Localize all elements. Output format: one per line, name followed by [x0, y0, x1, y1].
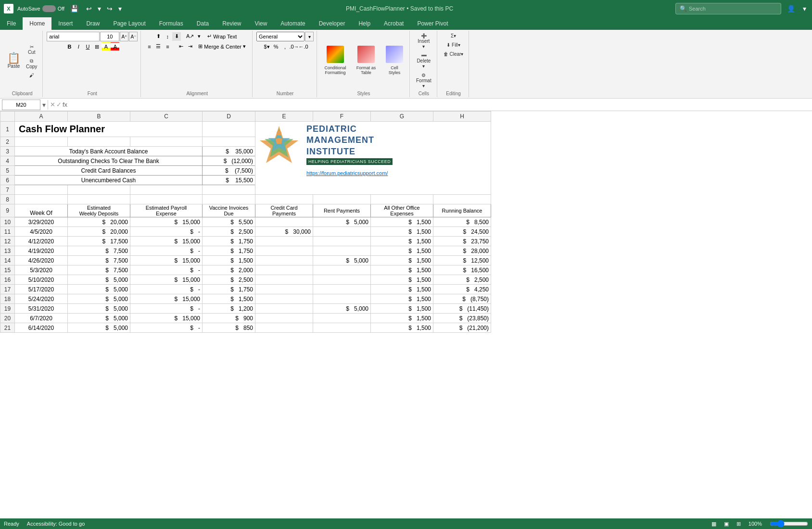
- cell-other-21[interactable]: $ 1,500: [371, 323, 433, 333]
- format-cells-button[interactable]: ⚙ Format▾: [414, 71, 434, 90]
- align-center-button[interactable]: ☰: [154, 42, 163, 51]
- align-bottom-button[interactable]: ⬇: [172, 32, 181, 41]
- tab-formulas[interactable]: Formulas: [152, 17, 190, 30]
- tab-review[interactable]: Review: [216, 17, 248, 30]
- cell-balance-20[interactable]: $ (23,850): [433, 314, 491, 323]
- tab-data[interactable]: Data: [190, 17, 216, 30]
- cell-other-16[interactable]: $ 1,500: [371, 275, 433, 285]
- cell-balance-11[interactable]: $ 24,500: [433, 227, 491, 237]
- cell-deposits-21[interactable]: $ 5,000: [68, 323, 130, 333]
- cell-credit-20[interactable]: [255, 314, 313, 323]
- cell-d7[interactable]: [203, 185, 255, 195]
- summary-value-4[interactable]: $ (12,000): [203, 156, 255, 166]
- cell-deposits-13[interactable]: $ 7,500: [68, 246, 130, 256]
- col-d-header[interactable]: D: [203, 112, 255, 122]
- cell-d8[interactable]: [203, 195, 255, 204]
- font-name-input[interactable]: [47, 32, 100, 41]
- confirm-formula-button[interactable]: ✓: [56, 101, 62, 108]
- cell-balance-15[interactable]: $ 16,500: [433, 265, 491, 275]
- col-c-header[interactable]: C: [130, 112, 203, 122]
- cell-rent-11[interactable]: [313, 227, 371, 237]
- summary-value-6[interactable]: $ 15,500: [203, 176, 255, 185]
- cell-payroll-21[interactable]: $ -: [130, 323, 203, 333]
- autosave-toggle[interactable]: [42, 5, 56, 12]
- insert-function-button[interactable]: fx: [63, 101, 67, 108]
- percent-button[interactable]: %: [272, 42, 280, 51]
- summary-value-5[interactable]: $ (7,500): [203, 166, 255, 176]
- cell-rent-19[interactable]: $ 5,000: [313, 304, 371, 314]
- pmi-url-link[interactable]: https://forum.pediatricsupport.com/: [306, 170, 388, 176]
- cell-g8[interactable]: [371, 195, 433, 204]
- cell-credit-21[interactable]: [255, 323, 313, 333]
- cell-payroll-12[interactable]: $ 15,000: [130, 237, 203, 246]
- decrease-decimal-button[interactable]: ←.0: [299, 42, 308, 51]
- view-normal[interactable]: ▦: [711, 521, 716, 527]
- cell-payroll-18[interactable]: $ 15,000: [130, 294, 203, 304]
- cell-vaccine-14[interactable]: $ 1,500: [203, 256, 255, 265]
- cell-vaccine-12[interactable]: $ 1,750: [203, 237, 255, 246]
- cell-vaccine-10[interactable]: $ 5,500: [203, 217, 255, 227]
- tab-page-layout[interactable]: Page Layout: [106, 17, 152, 30]
- cell-week-10[interactable]: 3/29/2020: [15, 217, 68, 227]
- col-g-header[interactable]: G: [371, 112, 433, 122]
- cell-other-14[interactable]: $ 1,500: [371, 256, 433, 265]
- search-input[interactable]: [689, 6, 777, 12]
- cell-payroll-17[interactable]: $ -: [130, 285, 203, 294]
- align-middle-button[interactable]: ↕: [163, 32, 172, 41]
- cell-deposits-12[interactable]: $ 17,500: [68, 237, 130, 246]
- clear-button[interactable]: 🗑 Clear▾: [441, 50, 466, 58]
- cell-payroll-15[interactable]: $ -: [130, 265, 203, 275]
- cell-rent-18[interactable]: [313, 294, 371, 304]
- cell-week-11[interactable]: 4/5/2020: [15, 227, 68, 237]
- tab-developer[interactable]: Developer: [312, 17, 352, 30]
- cell-credit-19[interactable]: [255, 304, 313, 314]
- cell-week-20[interactable]: 6/7/2020: [15, 314, 68, 323]
- cell-payroll-13[interactable]: $ -: [130, 246, 203, 256]
- tab-file[interactable]: File: [0, 17, 23, 30]
- cell-balance-17[interactable]: $ 4,250: [433, 285, 491, 294]
- cell-vaccine-15[interactable]: $ 2,000: [203, 265, 255, 275]
- format-painter-button[interactable]: 🖌: [24, 71, 39, 79]
- col-h-header[interactable]: H: [433, 112, 491, 122]
- cell-other-10[interactable]: $ 1,500: [371, 217, 433, 227]
- cell-credit-16[interactable]: [255, 275, 313, 285]
- view-page-break[interactable]: ⊞: [736, 521, 741, 527]
- cell-credit-13[interactable]: [255, 246, 313, 256]
- cell-deposits-14[interactable]: $ 7,500: [68, 256, 130, 265]
- cell-vaccine-17[interactable]: $ 1,750: [203, 285, 255, 294]
- comma-button[interactable]: ,: [281, 42, 290, 51]
- indent-decrease-button[interactable]: ⇤: [177, 42, 185, 51]
- ribbon-toggle[interactable]: ▾: [801, 4, 808, 13]
- cell-balance-16[interactable]: $ 2,500: [433, 275, 491, 285]
- sheet-container[interactable]: A B C D E F G H 1 Cash Flow Planner: [0, 111, 812, 529]
- cell-h8[interactable]: [433, 195, 491, 204]
- cell-a7[interactable]: [15, 185, 68, 195]
- save-button[interactable]: 💾: [68, 4, 80, 13]
- insert-cells-button[interactable]: ➕ Insert▾: [415, 32, 432, 50]
- tab-acrobat[interactable]: Acrobat: [377, 17, 410, 30]
- cell-week-19[interactable]: 5/31/2020: [15, 304, 68, 314]
- cell-e8[interactable]: [255, 195, 313, 204]
- tab-help[interactable]: Help: [352, 17, 377, 30]
- indent-increase-button[interactable]: ⇥: [186, 42, 194, 51]
- cell-balance-19[interactable]: $ (11,450): [433, 304, 491, 314]
- tab-draw[interactable]: Draw: [79, 17, 106, 30]
- cell-other-15[interactable]: $ 1,500: [371, 265, 433, 275]
- cell-balance-18[interactable]: $ (8,750): [433, 294, 491, 304]
- align-right-button[interactable]: ≡: [163, 42, 172, 51]
- cell-vaccine-13[interactable]: $ 1,750: [203, 246, 255, 256]
- cell-d2[interactable]: [203, 137, 255, 147]
- orientation-button[interactable]: A↗: [186, 32, 194, 41]
- cell-b8[interactable]: [68, 195, 130, 204]
- number-format-select[interactable]: GeneralNumberCurrencyAccounting: [256, 32, 304, 41]
- undo-dropdown[interactable]: ▾: [96, 4, 103, 13]
- cell-credit-18[interactable]: [255, 294, 313, 304]
- search-box[interactable]: 🔍: [675, 3, 781, 14]
- autosum-button[interactable]: Σ▾: [446, 32, 461, 40]
- cell-vaccine-19[interactable]: $ 1,200: [203, 304, 255, 314]
- cell-deposits-16[interactable]: $ 5,000: [68, 275, 130, 285]
- cell-rent-10[interactable]: $ 5,000: [313, 217, 371, 227]
- cell-balance-21[interactable]: $ (21,200): [433, 323, 491, 333]
- col-f-header[interactable]: F: [313, 112, 371, 122]
- cell-other-19[interactable]: $ 1,500: [371, 304, 433, 314]
